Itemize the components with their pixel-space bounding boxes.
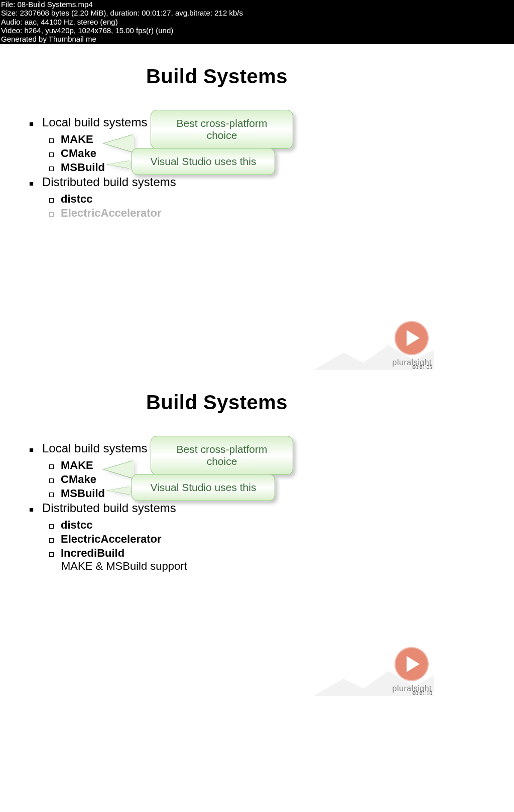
play-icon [395, 647, 429, 681]
heading-distributed: ■Distributed build systems [29, 175, 434, 190]
meta-size: Size: 2307608 bytes (2.20 MiB), duration… [1, 9, 513, 17]
slide-title: Build Systems [0, 370, 434, 414]
callout-cmake: Best cross-platform choice [151, 436, 293, 475]
frame-timestamp: 00:01:10 [413, 691, 432, 696]
slide-title: Build Systems [0, 44, 434, 88]
item-distcc: distcc [29, 519, 434, 532]
meta-file: File: 08-Build Systems.mp4 [1, 0, 513, 9]
item-incredibuild-sub: MAKE & MSBuild support [29, 560, 434, 573]
item-electric-dimmed: ElectricAccelerator [29, 207, 434, 220]
callout-cmake: Best cross-platform choice [151, 110, 293, 149]
video-metadata-header: File: 08-Build Systems.mp4 Size: 2307608… [0, 0, 514, 44]
frame-timestamp: 00:01:05 [413, 365, 432, 370]
meta-video: Video: h264, yuv420p, 1024x768, 15.00 fp… [1, 26, 513, 35]
thumbnail-frame-1: Build Systems ■Local build systems MAKE … [0, 44, 434, 370]
item-distcc: distcc [29, 193, 434, 206]
item-incredibuild: IncrediBuild [29, 547, 434, 560]
callout-msbuild: Visual Studio uses this [132, 148, 275, 175]
heading-distributed: ■Distributed build systems [29, 501, 434, 516]
thumbnail-frame-2: Build Systems ■Local build systems MAKE … [0, 370, 434, 696]
callout-msbuild: Visual Studio uses this [132, 474, 275, 501]
meta-audio: Audio: aac, 44100 Hz, stereo (eng) [1, 18, 513, 26]
meta-gen: Generated by Thumbnail me [1, 35, 513, 43]
item-electric: ElectricAccelerator [29, 533, 434, 546]
play-icon [395, 321, 429, 355]
